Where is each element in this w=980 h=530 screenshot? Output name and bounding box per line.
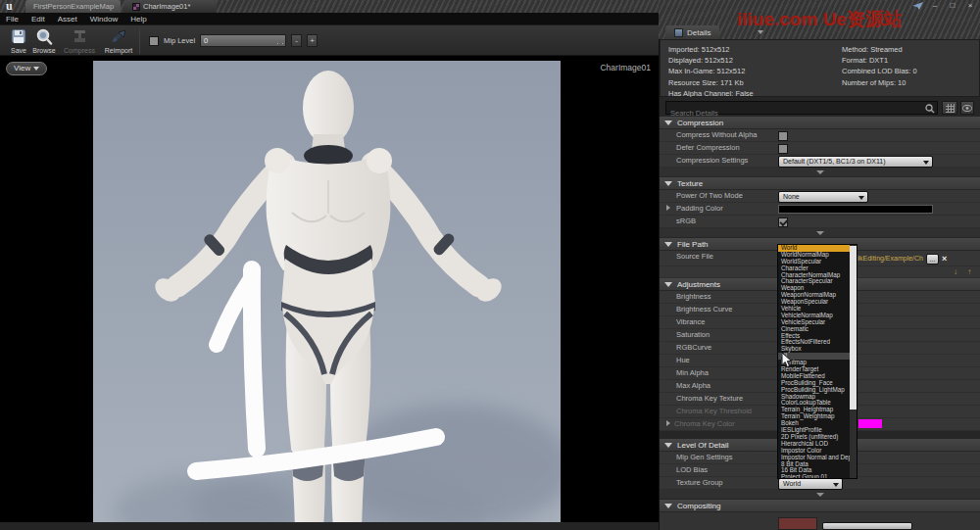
reimport-icon xyxy=(111,28,127,44)
section-title: File Path xyxy=(677,240,709,249)
compress-without-alpha-checkbox[interactable] xyxy=(778,131,788,141)
mip-level-checkbox[interactable] xyxy=(149,36,159,46)
dropdown-item-worldnormalmap[interactable]: WorldNormalMap xyxy=(778,252,850,259)
dropdown-item-weaponspecular[interactable]: WeaponSpecular xyxy=(778,299,850,306)
tab-firstpersonexamplemap[interactable]: FirstPersonExampleMap xyxy=(25,0,121,13)
texture-group-dropdown[interactable]: World xyxy=(778,478,843,490)
dropdown-item-effectsnotfiltered[interactable]: EffectsNotFiltered xyxy=(778,339,850,346)
composite-mode-dropdown[interactable] xyxy=(822,522,912,530)
defer-compression-checkbox[interactable] xyxy=(778,144,788,154)
row-label: Compress Without Alpha xyxy=(676,130,758,139)
reimport-label: Reimport xyxy=(105,47,132,54)
dropdown-item-world[interactable]: World xyxy=(778,245,850,252)
view-menu-button[interactable]: View xyxy=(6,62,47,75)
scrollbar-thumb[interactable] xyxy=(850,246,857,410)
section-title: Texture xyxy=(677,179,703,188)
section-compositing[interactable]: Compositing xyxy=(660,500,980,512)
section-expander[interactable] xyxy=(660,168,980,177)
section-expander[interactable] xyxy=(660,490,980,500)
property-matrix-button[interactable] xyxy=(942,101,957,115)
dropdown-item-mobileflattened[interactable]: MobileFlattened xyxy=(778,373,850,380)
chroma-key-color-swatch[interactable] xyxy=(858,419,882,428)
mip-level-decrement-button[interactable]: - xyxy=(291,34,302,47)
dropdown-item-terrain-heightmap[interactable]: Terrain_Heightmap xyxy=(778,407,850,413)
dropdown-item-procbuilding-lightmap[interactable]: ProcBuilding_LightMap xyxy=(778,387,850,394)
close-button[interactable]: × xyxy=(964,1,976,11)
row-label: LOD Bias xyxy=(676,465,708,474)
watermark-text: iliue.com Ue资源站 xyxy=(737,7,903,32)
row-label: sRGB xyxy=(676,217,696,225)
mip-level-spinner[interactable]: 0 xyxy=(200,34,286,47)
dropdown-item-weapon[interactable]: Weapon xyxy=(778,285,850,292)
power-of-two-mode-dropdown[interactable]: None xyxy=(778,191,868,203)
dropdown-item-bokeh[interactable]: Bokeh xyxy=(778,420,850,427)
minimize-button[interactable]: – xyxy=(929,1,941,11)
dropdown-item-vehiclenormalmap[interactable]: VehicleNormalMap xyxy=(778,313,850,319)
menu-item-window[interactable]: Window xyxy=(90,15,118,24)
dropdown-item-hierarchical-lod[interactable]: Hierarchical LOD xyxy=(778,441,850,448)
window-controls: – □ × xyxy=(912,1,976,11)
menu-item-help[interactable]: Help xyxy=(130,15,146,24)
dropdown-item-weaponnormalmap[interactable]: WeaponNormalMap xyxy=(778,292,850,299)
search-details-input[interactable] xyxy=(665,101,938,115)
srgb-checkbox[interactable] xyxy=(778,217,788,227)
info-line-imported-512x512: Imported: 512x512 xyxy=(668,44,754,55)
dropdown-item-colorlookuptable[interactable]: ColorLookupTable xyxy=(778,400,850,407)
clear-file-icon[interactable]: × xyxy=(942,254,947,265)
dropdown-item-cinematic[interactable]: Cinematic xyxy=(778,326,850,333)
dropdown-item-2d-pixels-unfiltered[interactable]: 2D Pixels (unfiltered) xyxy=(778,434,850,441)
search-row xyxy=(660,97,980,117)
texture-viewport[interactable]: View CharImage01 xyxy=(0,56,659,530)
dropdown-item-worldspecular[interactable]: WorldSpecular xyxy=(778,259,850,265)
dropdown-scrollbar[interactable] xyxy=(850,245,857,478)
mip-level-label: Mip Level xyxy=(164,36,195,45)
browse-button[interactable]: Browse xyxy=(27,27,61,55)
view-label: View xyxy=(14,63,30,74)
dropdown-item-ieslightprofile[interactable]: IESLightProfile xyxy=(778,427,850,434)
mip-level-increment-button[interactable]: + xyxy=(307,34,318,47)
composite-texture-swatch[interactable] xyxy=(778,517,817,530)
dropdown-item-procbuilding-face[interactable]: ProcBuilding_Face xyxy=(778,380,850,387)
maximize-button[interactable]: □ xyxy=(947,1,958,11)
reimport-button[interactable]: Reimport xyxy=(100,27,137,55)
export-import-arrows-icon[interactable]: ↓ ↑ xyxy=(954,266,975,277)
mouse-cursor xyxy=(781,352,793,368)
menu-item-edit[interactable]: Edit xyxy=(31,15,45,24)
section-title: Level Of Detail xyxy=(677,441,728,450)
browse-label: Browse xyxy=(32,47,55,54)
info-line-displayed-512x512: Displayed: 512x512 xyxy=(668,55,754,66)
tab-charimage01[interactable]: CharImage01* xyxy=(124,0,217,13)
feedback-icon[interactable] xyxy=(912,2,923,10)
menu-item-asset[interactable]: Asset xyxy=(58,15,77,24)
dropdown-item-impostor-color[interactable]: Impostor Color xyxy=(778,448,850,455)
view-options-button[interactable] xyxy=(960,101,974,115)
row-label: Defer Compression xyxy=(676,143,740,152)
menu-item-file[interactable]: File xyxy=(6,15,19,24)
compression-settings-dropdown[interactable]: Default (DXT1/5, BC1/3 on DX11) xyxy=(778,156,933,168)
dropdown-item-shadowmap[interactable]: Shadowmap xyxy=(778,394,850,401)
browse-file-button[interactable]: ... xyxy=(926,254,939,265)
dropdown-item-terrain-weightmap[interactable]: Terrain_Weightmap xyxy=(778,413,850,420)
section-texture[interactable]: Texture xyxy=(660,177,980,190)
dropdown-item-character[interactable]: Character xyxy=(778,265,850,272)
tab-details[interactable]: Details xyxy=(665,25,719,39)
toolbar-separator xyxy=(139,28,140,54)
dropdown-item-vehicle[interactable]: Vehicle xyxy=(778,306,850,313)
row-label: Power Of Two Mode xyxy=(676,191,743,200)
dropdown-item-8-bit-data[interactable]: 8 Bit Data xyxy=(778,461,850,468)
dropdown-item-impostor-normal-and-depth[interactable]: Impostor Normal and Depth xyxy=(778,455,850,461)
section-expander[interactable] xyxy=(660,228,980,238)
texture-preview-image[interactable] xyxy=(93,61,561,530)
dropdown-item-effects[interactable]: Effects xyxy=(778,333,850,340)
padding-color-swatch[interactable] xyxy=(778,205,933,214)
dropdown-item-16-bit-data[interactable]: 16 Bit Data xyxy=(778,467,850,474)
drag-handle-icon[interactable] xyxy=(277,38,283,44)
dropdown-item-vehiclespecular[interactable]: VehicleSpecular xyxy=(778,319,850,326)
row-label: Mip Gen Settings xyxy=(676,453,733,461)
dropdown-item-characterspecular[interactable]: CharacterSpecular xyxy=(778,278,850,285)
info-line-max-in-game-512x512: Max In-Game: 512x512 xyxy=(668,66,754,76)
dropdown-item-project-group-01[interactable]: Project Group 01 xyxy=(778,474,850,478)
dropdown-item-characternormalmap[interactable]: CharacterNormalMap xyxy=(778,272,850,279)
collapse-triangle-icon xyxy=(664,282,672,287)
save-floppy-icon xyxy=(11,28,26,44)
